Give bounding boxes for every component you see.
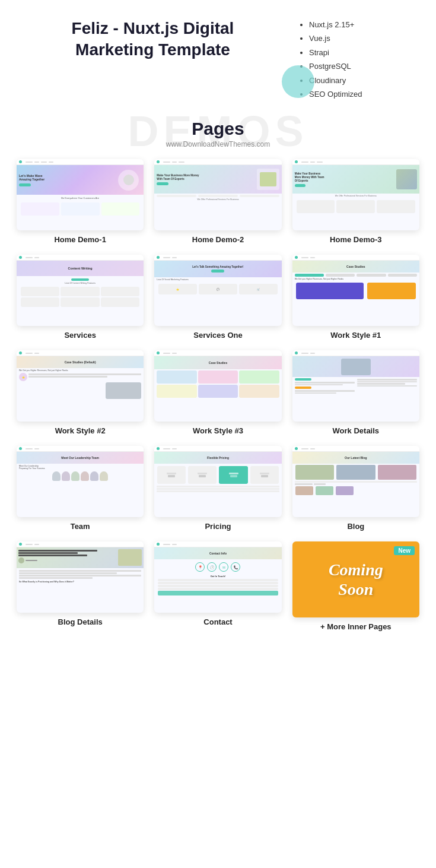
grid-label-services: Services [64,331,96,340]
header-title-block: Feliz - Nuxt.js DigitalMarketing Templat… [30,18,300,65]
thumbnail-home-demo-1[interactable]: Let's Make WaveAmazing Together Be Every… [17,159,144,230]
feature-nuxt: Nuxt.js 2.15+ [309,18,406,31]
thumbnail-work-style-3[interactable]: Case Studies [154,350,281,422]
grid-item-contact[interactable]: Contact Info 📍 🕐 ✉ 📞 Get In Touch! [154,541,281,631]
header-features-block: Nuxt.js 2.15+ Vue.js Strapi PostgreSQL C… [300,18,406,101]
thumbnail-blog[interactable]: Our Latest Blog [292,446,419,517]
grid-item-work-style-2[interactable]: Case Studies (Default) We Get you Higher… [17,350,144,435]
pages-grid: Let's Make WaveAmazing Together Be Every… [0,159,436,648]
pages-title: Pages [0,113,436,140]
grid-label-work-details: Work Details [333,426,380,435]
grid-item-home-demo-2[interactable]: Make Your Business More MoneyWith Team O… [154,159,281,244]
grid-item-services-one[interactable]: Let's Talk Something Amazing Together! L… [154,255,281,340]
grid-item-work-style-1[interactable]: Case Studies We Get you Higher Revenues,… [292,255,419,340]
grid-label-work-style-3: Work Style #3 [193,426,243,435]
header: Feliz - Nuxt.js DigitalMarketing Templat… [0,0,436,113]
grid-label-work-style-2: Work Style #2 [55,426,106,435]
feature-strapi: Strapi [309,46,406,59]
grid-label-home-demo-2: Home Demo-2 [192,235,244,244]
thumbnail-work-style-2[interactable]: Case Studies (Default) We Get you Higher… [17,350,144,422]
grid-item-blog-details[interactable]: So What Exactly is Positioning and Why D… [17,541,144,631]
grid-label-services-one: Services One [193,331,242,340]
grid-item-work-style-3[interactable]: Case Studies Work Style #3 [154,350,281,435]
grid-label-pricing: Pricing [205,522,231,531]
coming-soon-text: Coming Soon [329,560,383,600]
feature-postgres: PostgreSQL [309,59,406,73]
thumbnail-contact[interactable]: Contact Info 📍 🕐 ✉ 📞 Get In Touch! [154,541,281,613]
grid-item-home-demo-3[interactable]: Make Your BusinessMore Money With TeamOf… [292,159,419,244]
pages-subtitle: www.DownloadNewThemes.com [0,140,436,148]
grid-item-work-details[interactable]: Work Details [292,350,419,435]
grid-label-coming-soon: + More Inner Pages [320,622,392,631]
feature-seo: SEO Optimized [309,87,406,101]
thumbnail-work-details[interactable] [292,350,419,422]
main-title: Feliz - Nuxt.js DigitalMarketing Templat… [30,18,276,61]
grid-item-services[interactable]: Content Writing Lists Of Content Writing… [17,255,144,340]
grid-item-coming-soon[interactable]: New Coming Soon + More Inner Pages [292,541,419,631]
thumbnail-blog-details[interactable]: So What Exactly is Positioning and Why D… [17,541,144,613]
pages-section-header: DEMOS Pages www.DownloadNewThemes.com [0,113,436,148]
grid-item-pricing[interactable]: Flexible Pricing [154,446,281,531]
grid-label-work-style-1: Work Style #1 [330,331,381,340]
grid-item-blog[interactable]: Our Latest Blog [292,446,419,531]
grid-label-home-demo-1: Home Demo-1 [54,235,106,244]
grid-label-team: Team [71,522,90,531]
coming-soon-tile[interactable]: New Coming Soon [292,541,419,617]
feature-vue: Vue.js [309,31,406,45]
features-list: Nuxt.js 2.15+ Vue.js Strapi PostgreSQL C… [300,18,406,101]
thumbnail-services-one[interactable]: Let's Talk Something Amazing Together! L… [154,255,281,326]
thumbnail-home-demo-2[interactable]: Make Your Business More MoneyWith Team O… [154,159,281,230]
grid-label-blog-details: Blog Details [58,617,103,626]
grid-label-blog: Blog [347,522,364,531]
new-badge: New [394,546,415,555]
grid-item-team[interactable]: Meet Our Leadership Team Meet Our Leader… [17,446,144,531]
thumbnail-services[interactable]: Content Writing Lists Of Content Writing… [17,255,144,326]
grid-item-home-demo-1[interactable]: Let's Make WaveAmazing Together Be Every… [17,159,144,244]
thumbnail-work-style-1[interactable]: Case Studies We Get you Higher Revenues,… [292,255,419,326]
grid-label-home-demo-3: Home Demo-3 [330,235,381,244]
thumbnail-pricing[interactable]: Flexible Pricing [154,446,281,517]
thumbnail-home-demo-3[interactable]: Make Your BusinessMore Money With TeamOf… [292,159,419,230]
teal-decoration-circle [282,65,314,98]
feature-cloudinary: Cloudinary [309,74,406,87]
thumbnail-team[interactable]: Meet Our Leadership Team Meet Our Leader… [17,446,144,517]
grid-label-contact: Contact [203,617,232,626]
